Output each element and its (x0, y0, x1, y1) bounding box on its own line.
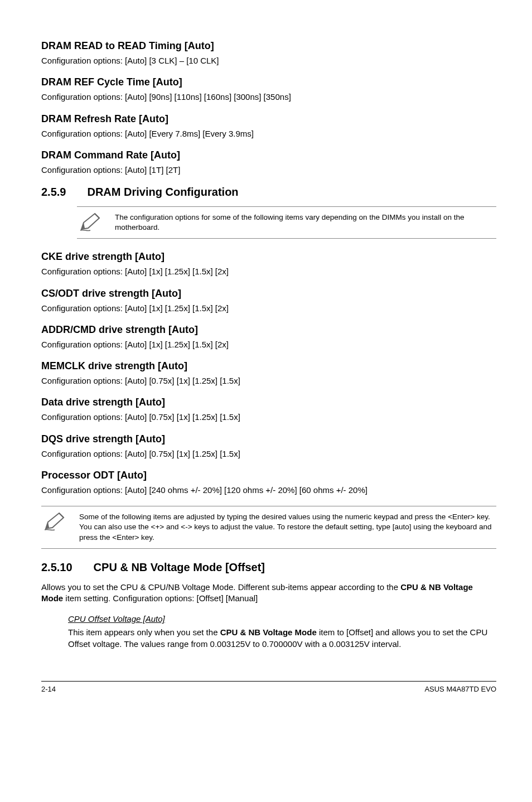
section-259-header: 2.5.9 DRAM Driving Configuration (41, 186, 496, 199)
heading-memclk-drive: MEMCLK drive strength [Auto] (41, 360, 496, 372)
page-container: DRAM READ to READ Timing [Auto] Configur… (0, 0, 532, 716)
note-text-259: The configuration options for some of th… (115, 212, 494, 233)
page-footer: 2-14 ASUS M4A87TD EVO (41, 681, 496, 693)
heading-csodt-drive: CS/ODT drive strength [Auto] (41, 288, 496, 299)
body-dram-ref-cycle: Configuration options: [Auto] [90ns] [11… (41, 91, 496, 103)
note-pencil-icon (43, 512, 67, 531)
section-name-2510: CPU & NB Voltage Mode [Offset] (94, 561, 265, 574)
heading-dqs-drive: DQS drive strength [Auto] (41, 433, 496, 445)
body-csodt-drive: Configuration options: [Auto] [1x] [1.25… (41, 303, 496, 314)
heading-dram-ref-cycle: DRAM REF Cycle Time [Auto] (41, 76, 496, 88)
note-box-numeric: Some of the following items are adjusted… (41, 506, 496, 549)
sub-body-bold: CPU & NB Voltage Mode (220, 627, 317, 637)
note-pencil-icon (79, 212, 103, 231)
footer-page-number: 2-14 (41, 685, 56, 693)
body-cke-drive: Configuration options: [Auto] [1x] [1.25… (41, 266, 496, 277)
body-processor-odt: Configuration options: [Auto] [240 ohms … (41, 485, 496, 496)
heading-dram-refresh-rate: DRAM Refresh Rate [Auto] (41, 113, 496, 125)
heading-processor-odt: Processor ODT [Auto] (41, 470, 496, 481)
sub-body-cpu-offset: This item appears only when you set the … (68, 627, 496, 650)
note-text-numeric: Some of the following items are adjusted… (79, 512, 494, 543)
body-addrcmd-drive: Configuration options: [Auto] [1x] [1.25… (41, 339, 496, 350)
section-2510-header: 2.5.10 CPU & NB Voltage Mode [Offset] (41, 561, 496, 574)
heading-dram-command-rate: DRAM Command Rate [Auto] (41, 149, 496, 161)
body-2510-pre: Allows you to set the CPU & CPU/NB Volta… (41, 582, 400, 592)
body-2510: Allows you to set the CPU & CPU/NB Volta… (41, 582, 496, 605)
heading-data-drive: Data drive strength [Auto] (41, 397, 496, 408)
heading-dram-read-to-read: DRAM READ to READ Timing [Auto] (41, 40, 496, 52)
body-data-drive: Configuration options: [Auto] [0.75x] [1… (41, 412, 496, 423)
section-number-2510: 2.5.10 (41, 561, 72, 574)
heading-cke-drive: CKE drive strength [Auto] (41, 251, 496, 263)
section-name-259: DRAM Driving Configuration (87, 186, 238, 199)
body-dram-command-rate: Configuration options: [Auto] [1T] [2T] (41, 165, 496, 176)
body-dram-read-to-read: Configuration options: [Auto] [3 CLK] – … (41, 55, 496, 66)
sub-title-cpu-offset: CPU Offset Voltage [Auto] (68, 614, 496, 624)
heading-addrcmd-drive: ADDR/CMD drive strength [Auto] (41, 324, 496, 336)
sub-body-pre: This item appears only when you set the (68, 627, 220, 637)
body-memclk-drive: Configuration options: [Auto] [0.75x] [1… (41, 375, 496, 386)
footer-product-name: ASUS M4A87TD EVO (424, 685, 496, 693)
body-dram-refresh-rate: Configuration options: [Auto] [Every 7.8… (41, 128, 496, 139)
section-number-259: 2.5.9 (41, 186, 66, 199)
sub-section-cpu-offset: CPU Offset Voltage [Auto] This item appe… (68, 614, 496, 650)
body-2510-post: item setting. Configuration options: [Of… (63, 593, 258, 603)
note-box-259: The configuration options for some of th… (77, 206, 496, 239)
body-dqs-drive: Configuration options: [Auto] [0.75x] [1… (41, 448, 496, 460)
